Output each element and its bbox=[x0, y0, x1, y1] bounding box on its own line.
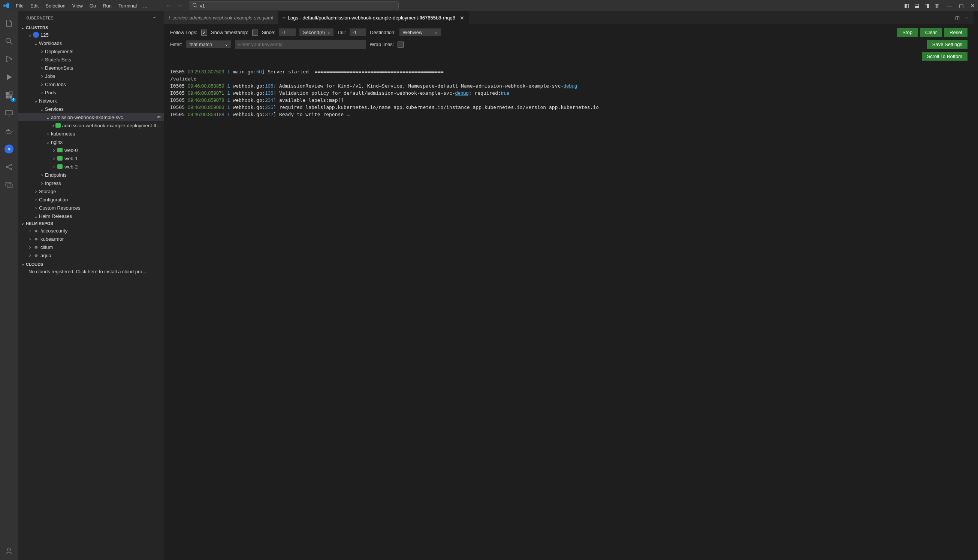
right-gutter bbox=[973, 11, 978, 560]
tab-yaml[interactable]: ! service-admission-webhook-example-svc.… bbox=[164, 11, 278, 24]
log-output[interactable]: I0505 09:29:31.307529 1 main.go:50] Serv… bbox=[164, 63, 973, 560]
section-clouds[interactable]: ⌄CLOUDS bbox=[18, 261, 164, 267]
workloads-node[interactable]: ⌄Workloads bbox=[18, 39, 164, 47]
destination-select[interactable]: Webview bbox=[400, 28, 441, 36]
remote-explorer-icon[interactable] bbox=[0, 104, 18, 122]
services-node[interactable]: ⌄Services bbox=[18, 105, 164, 113]
menu-selection[interactable]: Selection bbox=[42, 2, 68, 10]
filter-mode-select[interactable]: that match bbox=[186, 40, 231, 48]
extensions-icon[interactable]: 4 bbox=[0, 86, 18, 104]
tree-item-deployments[interactable]: ›Deployments bbox=[18, 47, 164, 55]
svg-line-1 bbox=[196, 6, 197, 7]
helm-repo-aqua[interactable]: ›⎈aqua bbox=[18, 251, 164, 259]
keywords-input[interactable] bbox=[235, 40, 366, 49]
comments-icon[interactable] bbox=[0, 176, 18, 194]
menu-overflow[interactable]: … bbox=[140, 2, 150, 10]
toggle-secondary-sidebar-icon[interactable]: ◨ bbox=[925, 3, 929, 8]
stop-button[interactable]: Stop bbox=[897, 28, 918, 37]
more-actions-icon[interactable]: ⋯ bbox=[965, 15, 970, 21]
tree-item-cronjobs[interactable]: ›CronJobs bbox=[18, 80, 164, 88]
share-icon[interactable] bbox=[0, 158, 18, 176]
storage-node[interactable]: ›Storage bbox=[18, 187, 164, 195]
maximize-icon[interactable]: ▢ bbox=[959, 3, 964, 8]
tab-logs[interactable]: ≡ Logs - default/pod/admission-webhook-e… bbox=[278, 11, 469, 24]
chevron-right-icon: › bbox=[39, 81, 45, 87]
split-editor-icon[interactable]: ◫ bbox=[955, 15, 960, 21]
kubernetes-icon[interactable]: ⎈ bbox=[0, 140, 18, 158]
follow-logs-checkbox[interactable] bbox=[201, 30, 207, 35]
chevron-right-icon: › bbox=[51, 155, 57, 161]
nav-back-icon[interactable]: ← bbox=[166, 2, 172, 10]
save-settings-button[interactable]: Save Settings bbox=[927, 40, 968, 49]
toggle-primary-sidebar-icon[interactable]: ◧ bbox=[904, 3, 909, 8]
pod-web-0[interactable]: ›web-0 bbox=[18, 146, 164, 154]
configuration-node[interactable]: ›Configuration bbox=[18, 195, 164, 203]
explorer-icon[interactable] bbox=[0, 14, 18, 32]
extensions-badge: 4 bbox=[10, 98, 16, 102]
menu-file[interactable]: File bbox=[13, 2, 27, 10]
tree-item-jobs[interactable]: ›Jobs bbox=[18, 72, 164, 80]
clouds-message[interactable]: No clouds registered. Click here to inst… bbox=[18, 267, 164, 276]
deployment-pod[interactable]: ›admission-webhook-example-deployment-ff… bbox=[18, 121, 164, 130]
chevron-down-icon: ⌄ bbox=[33, 98, 39, 104]
svg-point-4 bbox=[6, 56, 7, 58]
cluster-icon bbox=[33, 32, 39, 38]
reset-button[interactable]: Reset bbox=[944, 28, 968, 37]
pod-web-2[interactable]: ›web-2 bbox=[18, 162, 164, 171]
helm-repo-kubearmor[interactable]: ›⎈kubearmor bbox=[18, 235, 164, 243]
network-node[interactable]: ⌄Network bbox=[18, 97, 164, 105]
menu-bar: File Edit Selection View Go Run Terminal bbox=[13, 2, 140, 10]
eye-icon[interactable]: 👁 bbox=[157, 115, 161, 120]
since-input[interactable] bbox=[279, 28, 296, 36]
section-helm-repos[interactable]: ⌄HELM REPOS bbox=[18, 220, 164, 227]
scroll-bottom-button[interactable]: Scroll To Bottom bbox=[922, 52, 968, 61]
cluster-node[interactable]: ⌄125 bbox=[18, 31, 164, 39]
service-admission-webhook[interactable]: ⌄admission-webhook-example-svc👁 bbox=[18, 113, 164, 121]
docker-icon[interactable] bbox=[0, 122, 18, 140]
close-tab-icon[interactable]: ✕ bbox=[460, 15, 464, 21]
svg-point-0 bbox=[193, 3, 196, 7]
since-unit-select[interactable]: Second(s) bbox=[299, 28, 333, 36]
custom-resources-node[interactable]: ›Custom Resources bbox=[18, 203, 164, 212]
menu-terminal[interactable]: Terminal bbox=[115, 2, 140, 10]
menu-go[interactable]: Go bbox=[87, 2, 99, 10]
menu-run[interactable]: Run bbox=[100, 2, 115, 10]
tab-bar: ! service-admission-webhook-example-svc.… bbox=[164, 11, 973, 24]
service-kubernetes[interactable]: ›kubernetes bbox=[18, 130, 164, 138]
sidebar-more-icon[interactable]: ⋯ bbox=[152, 15, 157, 20]
close-window-icon[interactable]: ✕ bbox=[971, 3, 975, 8]
chevron-right-icon: › bbox=[39, 180, 45, 186]
section-clusters[interactable]: ⌄CLUSTERS bbox=[18, 24, 164, 31]
clear-button[interactable]: Clear bbox=[920, 28, 942, 37]
tail-input[interactable] bbox=[349, 28, 366, 36]
endpoints-node[interactable]: ›Endpoints bbox=[18, 171, 164, 179]
helm-releases-node[interactable]: ⌄Helm Releases bbox=[18, 212, 164, 220]
run-debug-icon[interactable] bbox=[0, 68, 18, 86]
show-timestamp-checkbox[interactable] bbox=[252, 30, 258, 35]
tree-item-pods[interactable]: ›Pods bbox=[18, 88, 164, 97]
tree-item-daemonsets[interactable]: ›DaemonSets bbox=[18, 63, 164, 72]
filter-label: Filter: bbox=[170, 42, 182, 47]
source-control-icon[interactable] bbox=[0, 50, 18, 68]
chevron-right-icon: › bbox=[39, 65, 45, 71]
service-nginx[interactable]: ⌄nginx bbox=[18, 138, 164, 146]
minimize-icon[interactable]: — bbox=[947, 3, 952, 8]
accounts-icon[interactable] bbox=[0, 542, 18, 560]
toggle-panel-icon[interactable]: ⬓ bbox=[914, 3, 919, 8]
helm-repo-cilium[interactable]: ›⎈cilium bbox=[18, 243, 164, 251]
command-center[interactable]: v1 bbox=[189, 1, 399, 10]
pod-web-1[interactable]: ›web-1 bbox=[18, 154, 164, 162]
customize-layout-icon[interactable]: ▥ bbox=[935, 3, 940, 8]
command-center-text: v1 bbox=[200, 3, 205, 8]
ingress-node[interactable]: ›Ingress bbox=[18, 179, 164, 187]
tree-item-statefulsets[interactable]: ›StatefulSets bbox=[18, 55, 164, 63]
menu-view[interactable]: View bbox=[69, 2, 86, 10]
chevron-right-icon: › bbox=[27, 252, 33, 258]
helm-repo-falcosecurity[interactable]: ›⎈falcosecurity bbox=[18, 227, 164, 235]
svg-line-3 bbox=[10, 42, 12, 45]
chevron-right-icon: › bbox=[27, 236, 33, 242]
wrap-lines-checkbox[interactable] bbox=[398, 42, 404, 48]
nav-forward-icon[interactable]: → bbox=[176, 2, 183, 10]
search-activity-icon[interactable] bbox=[0, 32, 18, 50]
menu-edit[interactable]: Edit bbox=[27, 2, 42, 10]
